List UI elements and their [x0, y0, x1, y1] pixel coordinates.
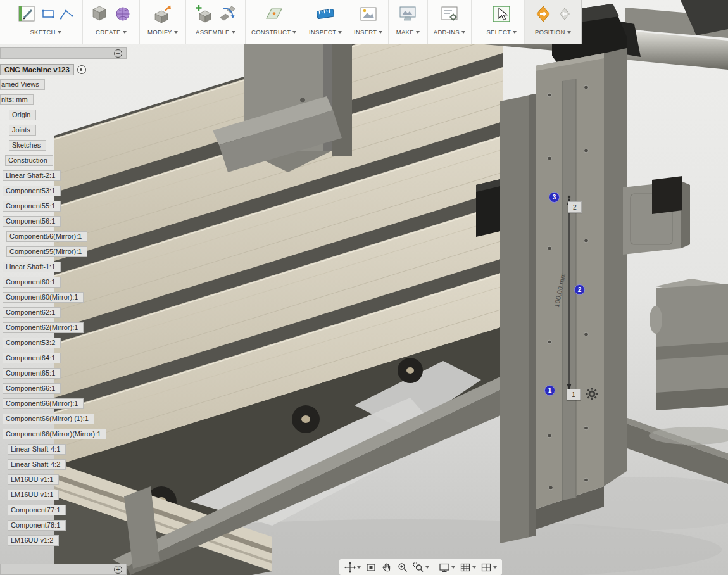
toolbar-label-select[interactable]: SELECT [486, 28, 517, 35]
chevron-down-icon [472, 566, 476, 569]
orbit-tool[interactable] [344, 562, 361, 573]
browser-tree-item[interactable]: Component65:1 [3, 367, 136, 378]
browser-tree-item[interactable]: Origin [9, 108, 136, 120]
browser-tree-item[interactable]: Component53:2 [3, 336, 136, 348]
activate-component-radio-icon[interactable] [77, 65, 86, 74]
browser-tree-item[interactable]: Component77:1 [8, 503, 136, 515]
browser-tree-item[interactable]: Component66(Mirror):1 [3, 397, 136, 408]
browser-tree-item[interactable]: Component56:1 [3, 215, 136, 226]
fit-view-tool[interactable] [365, 562, 377, 573]
browser-tree-item[interactable]: Linear Shaft-4:2 [8, 458, 136, 469]
measure-icon[interactable] [315, 3, 336, 25]
browser-tree-item[interactable]: Component64:1 [3, 351, 136, 363]
construct-label: CONSTRUCT [251, 28, 291, 35]
collapse-browser-icon[interactable]: − [114, 49, 122, 58]
toolbar-label-construct[interactable]: CONSTRUCT [251, 28, 296, 35]
press-pull-icon[interactable] [152, 3, 173, 25]
browser-tree-item[interactable]: Component66(Mirror)(Mirror):1 [3, 427, 136, 439]
zoom-window-tool[interactable] [413, 562, 429, 573]
browser-tree-item[interactable]: Component78:1 [8, 519, 136, 530]
chevron-down-icon [461, 31, 465, 34]
joint-tag-1[interactable]: 1 [567, 389, 581, 400]
select-cursor-icon[interactable] [491, 3, 512, 25]
chevron-down-icon [174, 31, 178, 34]
grid-settings[interactable] [460, 562, 476, 573]
browser-tree-item[interactable]: Component66:1 [3, 382, 136, 393]
browser-tree-item[interactable]: Sketches [9, 139, 136, 150]
navbar-divider [434, 562, 434, 572]
browser-tree-item[interactable]: nits: mm [0, 93, 136, 104]
create-solid-icon[interactable] [89, 3, 110, 25]
toolbar-label-assemble[interactable]: ASSEMBLE [196, 28, 235, 35]
marker-3[interactable]: 3 [549, 192, 560, 203]
browser-tree-item[interactable]: Construction [5, 154, 136, 165]
chevron-down-icon [232, 31, 235, 34]
browser-tree-item[interactable]: Component60:1 [3, 275, 136, 287]
joint-settings-gear-icon[interactable] [586, 388, 598, 400]
toolbar-group-create: CREATE [83, 0, 139, 44]
revert-position-icon[interactable] [556, 5, 574, 23]
sketch-label: SKETCH [30, 28, 55, 35]
make-icon[interactable] [397, 3, 418, 25]
new-component-icon[interactable] [193, 3, 215, 25]
column-left-flange[interactable] [500, 94, 536, 543]
viewports[interactable] [480, 562, 497, 573]
browser-item-label: Origin [9, 110, 36, 120]
browser-tree-item[interactable]: Component55:1 [3, 199, 136, 211]
browser-tree-item[interactable]: Component53:1 [3, 184, 136, 196]
browser-item-label: Component66(Mirror)(Mirror):1 [3, 429, 106, 439]
toolbar-label-addins[interactable]: ADD-INS [434, 28, 465, 35]
zoom-tool[interactable] [397, 562, 408, 573]
toolbar-group-addins: ADD-INS [428, 0, 472, 44]
create-sketch-icon[interactable] [16, 3, 38, 25]
browser-tree-item[interactable]: Joints [9, 123, 136, 135]
browser-tree-item[interactable]: amed Views [0, 78, 136, 89]
inspect-label: INSPECT [309, 28, 336, 35]
joint-icon[interactable] [217, 3, 238, 25]
rectangle-tool-icon[interactable] [40, 6, 56, 22]
toolbar-label-insert[interactable]: INSERT [354, 28, 382, 35]
insert-canvas-icon[interactable] [358, 3, 379, 25]
toolbar-group-assemble: ASSEMBLE [186, 0, 245, 44]
marker-1[interactable]: 1 [544, 385, 555, 396]
expand-browser-icon[interactable]: + [114, 566, 122, 574]
modify-label: MODIFY [147, 28, 172, 35]
toolbar-label-make[interactable]: MAKE [396, 28, 420, 35]
browser-root-row[interactable]: CNC Machine v123 [0, 64, 136, 75]
toolbar-label-modify[interactable]: MODIFY [147, 28, 178, 35]
browser-tree-item[interactable]: LM16UU v1:1 [8, 488, 136, 500]
capture-position-icon[interactable] [532, 3, 554, 25]
construction-plane-icon[interactable] [263, 3, 285, 25]
browser-tree-item[interactable]: Component60(Mirror):1 [3, 291, 136, 302]
chevron-down-icon [123, 31, 127, 34]
marker-2[interactable]: 2 [574, 284, 585, 295]
display-settings[interactable] [439, 562, 455, 573]
browser-tree-item[interactable]: Component56(Mirror):1 [6, 230, 136, 241]
addins-label: ADD-INS [434, 28, 460, 35]
browser-tree-item[interactable]: Component66(Mirror) (1):1 [3, 412, 136, 424]
browser-tree-item[interactable]: Linear Shaft-2:1 [3, 169, 136, 180]
root-component-name[interactable]: CNC Machine v123 [0, 64, 74, 75]
browser-tree-item[interactable]: Component62:1 [3, 306, 136, 317]
browser-tree-item[interactable]: Component62(Mirror):1 [3, 321, 136, 332]
browser-tree-item[interactable]: LM16UU v1:1 [8, 473, 136, 484]
toolbar-label-sketch[interactable]: SKETCH [30, 28, 61, 35]
chevron-down-icon [338, 31, 342, 34]
browser-footer: + [0, 564, 127, 575]
create-form-icon[interactable] [112, 3, 134, 25]
toolbar-label-inspect[interactable]: INSPECT [309, 28, 342, 35]
scripts-addins-icon[interactable] [439, 3, 460, 25]
joint-tag-2[interactable]: 2 [568, 201, 582, 213]
toolbar-label-position[interactable]: POSITION [535, 28, 571, 35]
browser-tree-item[interactable]: Component55(Mirror):1 [6, 245, 136, 256]
line-tool-icon[interactable] [58, 6, 75, 22]
zoom-icon [397, 562, 408, 573]
pan-tool[interactable] [381, 562, 392, 573]
upper-carriage-block[interactable] [623, 176, 690, 255]
select-label: SELECT [486, 28, 511, 35]
browser-tree-item[interactable]: Linear Shaft-1:1 [3, 260, 136, 272]
browser-tree-item[interactable]: LM16UU v1:2 [8, 534, 136, 545]
toolbar-label-create[interactable]: CREATE [96, 28, 127, 35]
chevron-down-icon [425, 566, 429, 569]
browser-tree-item[interactable]: Linear Shaft-4:1 [8, 443, 136, 454]
